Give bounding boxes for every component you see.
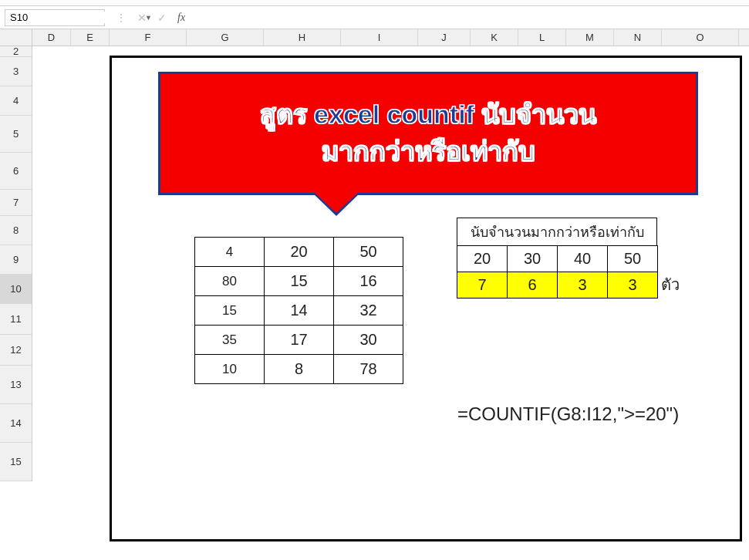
column-header[interactable]: M xyxy=(566,29,614,46)
worksheet[interactable]: DEFGHIJKLMNO 23456789101112131415 สูตร e… xyxy=(0,29,749,560)
title-line2: มากกว่าหรือเท่ากับ xyxy=(322,133,535,170)
cell[interactable]: 8 xyxy=(265,355,334,384)
cell[interactable]: 17 xyxy=(265,326,334,355)
cell[interactable]: 15 xyxy=(265,267,334,296)
table-row: 15 14 32 xyxy=(195,296,403,326)
row-header[interactable]: 5 xyxy=(0,116,32,153)
cell[interactable]: 78 xyxy=(334,355,403,384)
cell[interactable]: 14 xyxy=(265,296,334,326)
cell[interactable]: 35 xyxy=(195,326,265,355)
column-headers: DEFGHIJKLMNO xyxy=(0,29,749,46)
column-header[interactable]: F xyxy=(110,29,187,46)
column-header[interactable]: D xyxy=(32,29,71,46)
data-table: 4 20 50 80 15 16 15 14 32 35 17 30 xyxy=(194,237,403,384)
cell[interactable]: 10 xyxy=(195,355,265,384)
table-row: 10 8 78 xyxy=(195,355,403,384)
row-header[interactable]: 6 xyxy=(0,153,32,190)
name-box[interactable]: ▼ xyxy=(5,9,105,26)
cell[interactable]: 3 xyxy=(608,272,658,299)
table-row: 4 20 50 xyxy=(195,238,403,267)
cell[interactable]: 50 xyxy=(608,246,658,272)
column-header[interactable]: E xyxy=(71,29,110,46)
cell[interactable]: 3 xyxy=(558,272,608,299)
column-header[interactable]: O xyxy=(662,29,739,46)
column-header[interactable]: J xyxy=(418,29,471,46)
table-row: 80 15 16 xyxy=(195,267,403,296)
unit-label[interactable]: ตัว xyxy=(661,272,680,297)
column-header[interactable]: L xyxy=(518,29,566,46)
row-header[interactable]: 2 xyxy=(0,46,32,57)
cell[interactable]: 40 xyxy=(558,246,608,272)
row-header[interactable]: 15 xyxy=(0,443,32,481)
result-caption[interactable]: นับจำนวนมากกว่าหรือเท่ากับ xyxy=(457,218,657,245)
select-all-corner[interactable] xyxy=(0,29,32,46)
row-header[interactable]: 4 xyxy=(0,86,32,116)
row-header[interactable]: 8 xyxy=(0,216,32,245)
table-row: 7 6 3 3 xyxy=(457,272,658,299)
cells-area[interactable]: สูตร excel countif นับจำนวน มากกว่าหรือเ… xyxy=(32,46,749,560)
formula-controls: ⋮ ✕ ✓ fx xyxy=(105,12,196,24)
row-header[interactable]: 10 xyxy=(0,275,32,304)
page-frame: สูตร excel countif นับจำนวน มากกว่าหรือเ… xyxy=(110,56,742,541)
column-header[interactable]: H xyxy=(264,29,341,46)
dots-icon: ⋮ xyxy=(116,12,127,24)
formula-bar: ▼ ⋮ ✕ ✓ fx xyxy=(0,6,749,29)
title-text: สูตร excel countif นับจำนวน มากกว่าหรือเ… xyxy=(160,74,696,193)
cell[interactable]: 16 xyxy=(334,267,403,296)
cancel-icon[interactable]: ✕ xyxy=(137,12,147,24)
cell[interactable]: 50 xyxy=(334,238,403,267)
title-line1: สูตร excel countif นับจำนวน xyxy=(260,96,597,133)
row-header[interactable]: 9 xyxy=(0,245,32,275)
cell[interactable]: 7 xyxy=(457,272,508,299)
row-header[interactable]: 13 xyxy=(0,366,32,404)
result-table: 20 30 40 50 7 6 3 3 xyxy=(457,245,658,299)
table-row: 35 17 30 xyxy=(195,326,403,355)
cell[interactable]: 15 xyxy=(195,296,265,326)
column-header[interactable]: I xyxy=(341,29,418,46)
fx-icon[interactable]: fx xyxy=(177,12,185,24)
cell[interactable]: 20 xyxy=(265,238,334,267)
cell[interactable]: 4 xyxy=(195,238,265,267)
accept-icon[interactable]: ✓ xyxy=(157,12,167,24)
cell[interactable]: 80 xyxy=(195,267,265,296)
ribbon-sliver xyxy=(0,0,749,6)
column-header[interactable]: N xyxy=(614,29,662,46)
cell[interactable]: 32 xyxy=(334,296,403,326)
cell[interactable]: 30 xyxy=(334,326,403,355)
cell[interactable]: 6 xyxy=(508,272,558,299)
cell[interactable]: 30 xyxy=(508,246,558,272)
result-table-wrap: นับจำนวนมากกว่าหรือเท่ากับ 20 30 40 50 7… xyxy=(457,218,658,299)
formula-display[interactable]: =COUNTIF(G8:I12,">=20") xyxy=(457,403,679,425)
table-row: 20 30 40 50 xyxy=(457,246,658,272)
row-headers: 23456789101112131415 xyxy=(0,46,32,481)
cell[interactable]: 20 xyxy=(457,246,508,272)
row-header[interactable]: 12 xyxy=(0,335,32,366)
formula-input[interactable] xyxy=(196,9,743,26)
column-header[interactable]: G xyxy=(187,29,264,46)
row-header[interactable]: 7 xyxy=(0,190,32,216)
column-header[interactable]: K xyxy=(471,29,518,46)
row-header[interactable]: 3 xyxy=(0,57,32,86)
row-header[interactable]: 14 xyxy=(0,404,32,443)
row-header[interactable]: 11 xyxy=(0,304,32,335)
title-callout: สูตร excel countif นับจำนวน มากกว่าหรือเ… xyxy=(158,72,698,195)
